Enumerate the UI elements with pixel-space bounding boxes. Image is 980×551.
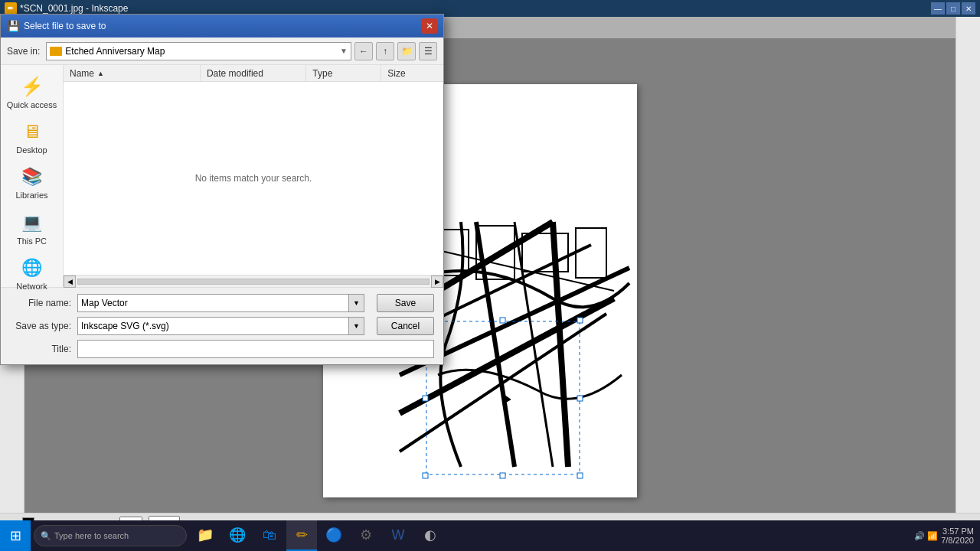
- filename-input-container: ▼: [77, 294, 364, 312]
- dialog-title-bar: 💾 Select file to save to ✕: [1, 15, 443, 37]
- dialog-file-area: Name ▲ Date modified Type Size No items …: [64, 65, 443, 287]
- filename-row: File name: ▼ Save: [10, 294, 434, 312]
- col-name-header[interactable]: Name ▲: [64, 65, 201, 81]
- save-type-input[interactable]: [81, 318, 361, 334]
- desktop-label: Desktop: [16, 145, 47, 155]
- svg-rect-17: [423, 396, 428, 401]
- nav-up-button[interactable]: ↑: [376, 42, 394, 60]
- svg-rect-18: [577, 396, 583, 401]
- dialog-title: Select file to save to: [24, 21, 422, 31]
- search-icon: 🔍: [41, 531, 51, 541]
- dialog-nav-pane: ⚡ Quick access 🖥 Desktop 📚 Libraries 💻 T…: [1, 65, 64, 287]
- filename-label: File name:: [10, 298, 71, 308]
- horizontal-scrollbar[interactable]: ◀ ▶: [64, 275, 443, 287]
- taskbar-tray: 🔊 📶 3:57 PM 7/8/2020: [908, 527, 980, 545]
- svg-rect-15: [500, 318, 505, 323]
- scroll-track[interactable]: [77, 279, 430, 285]
- maximize-button[interactable]: □: [946, 2, 960, 15]
- nav-back-button[interactable]: ←: [354, 42, 373, 60]
- taskbar-word[interactable]: W: [383, 520, 413, 551]
- save-as-row: Save as type: ▼ Cancel: [10, 317, 434, 335]
- cancel-button-container: Cancel: [377, 317, 434, 335]
- taskbar-search[interactable]: 🔍 Type here to search: [34, 525, 187, 546]
- taskbar-app2[interactable]: ⚙: [351, 520, 381, 551]
- save-type-dropdown-arrow[interactable]: ▼: [348, 318, 364, 334]
- taskbar-edge[interactable]: 🌐: [222, 520, 253, 551]
- svg-rect-11: [576, 228, 606, 278]
- cancel-button[interactable]: Cancel: [377, 317, 434, 335]
- quick-access-icon: ⚡: [20, 74, 44, 99]
- svg-rect-16: [577, 318, 583, 323]
- app-title: *SCN_0001.jpg - Inkscape: [20, 3, 931, 14]
- network-icon: 🌐: [20, 256, 44, 280]
- save-type-container: ▼: [77, 317, 364, 335]
- tray-icons: 🔊 📶: [914, 531, 938, 541]
- minimize-button[interactable]: —: [931, 2, 945, 15]
- clock-time: 3:57 PM: [942, 527, 974, 536]
- save-button[interactable]: Save: [377, 294, 434, 312]
- title-input[interactable]: [77, 340, 434, 358]
- desktop-icon: 🖥: [20, 119, 44, 144]
- taskbar-inkscape[interactable]: ✏: [286, 520, 317, 551]
- title-label: Title:: [10, 344, 71, 354]
- dialog-toolbar: Save in: Etched Anniversary Map ▼ ← ↑ 📁 …: [1, 37, 443, 65]
- col-size-header[interactable]: Size: [381, 65, 443, 81]
- dialog-icon: 💾: [7, 20, 19, 32]
- scroll-left-button[interactable]: ◀: [64, 276, 76, 288]
- this-pc-label: This PC: [17, 236, 47, 246]
- save-dialog[interactable]: 💾 Select file to save to ✕ Save in: Etch…: [0, 14, 444, 365]
- col-date-header[interactable]: Date modified: [201, 65, 306, 81]
- clock-date: 7/8/2020: [941, 536, 974, 545]
- nav-item-quick-access[interactable]: ⚡ Quick access: [2, 71, 62, 113]
- save-as-label: Save as type:: [10, 321, 71, 331]
- save-in-label: Save in:: [7, 46, 40, 57]
- taskbar-store[interactable]: 🛍: [254, 520, 285, 551]
- taskbar-chrome[interactable]: 🔵: [318, 520, 349, 551]
- taskbar-app3[interactable]: ◐: [415, 520, 446, 551]
- dropdown-arrow-icon: ▼: [340, 47, 348, 55]
- filename-dropdown-arrow[interactable]: ▼: [348, 295, 364, 311]
- svg-rect-20: [500, 473, 505, 478]
- right-panel: [956, 17, 980, 513]
- taskbar-file-explorer[interactable]: 📁: [190, 520, 220, 551]
- quick-access-label: Quick access: [7, 100, 57, 110]
- nav-item-libraries[interactable]: 📚 Libraries: [2, 161, 62, 204]
- start-button[interactable]: ⊞: [0, 520, 31, 551]
- svg-rect-19: [423, 473, 428, 478]
- dialog-close-button[interactable]: ✕: [422, 18, 437, 34]
- folder-dropdown[interactable]: Etched Anniversary Map ▼: [46, 42, 351, 60]
- current-folder-text: Etched Anniversary Map: [65, 46, 340, 57]
- this-pc-icon: 💻: [20, 210, 44, 235]
- dialog-action-buttons: Save: [377, 294, 434, 312]
- new-folder-button[interactable]: 📁: [397, 42, 416, 60]
- taskbar-apps: 📁 🌐 🛍 ✏ 🔵 ⚙ W ◐: [190, 520, 908, 551]
- search-placeholder: Type here to search: [54, 531, 129, 540]
- svg-rect-21: [577, 473, 583, 478]
- file-list-area: No items match your search.: [64, 82, 443, 275]
- filename-input[interactable]: [81, 295, 361, 311]
- libraries-icon: 📚: [20, 165, 44, 189]
- nav-item-network[interactable]: 🌐 Network: [2, 253, 62, 295]
- no-items-text: No items match your search.: [195, 173, 312, 184]
- network-label: Network: [16, 282, 47, 292]
- sort-arrow-icon: ▲: [97, 70, 104, 77]
- window-controls: — □ ✕: [931, 2, 975, 15]
- libraries-label: Libraries: [15, 191, 47, 201]
- svg-line-6: [514, 222, 553, 467]
- dialog-footer: File name: ▼ Save Save as type: ▼ Cancel: [1, 287, 443, 364]
- system-clock: 3:57 PM 7/8/2020: [941, 527, 974, 545]
- windows-taskbar: ⊞ 🔍 Type here to search 📁 🌐 🛍 ✏ 🔵 ⚙ W ◐ …: [0, 520, 980, 551]
- app-icon: ✏: [5, 2, 17, 15]
- nav-item-desktop[interactable]: 🖥 Desktop: [2, 116, 62, 158]
- nav-item-this-pc[interactable]: 💻 This PC: [2, 207, 62, 249]
- app-close-button[interactable]: ✕: [962, 2, 975, 15]
- folder-icon: [50, 47, 62, 56]
- col-type-header[interactable]: Type: [306, 65, 381, 81]
- view-options-button[interactable]: ☰: [419, 42, 437, 60]
- file-column-headers: Name ▲ Date modified Type Size: [64, 65, 443, 82]
- dialog-body: ⚡ Quick access 🖥 Desktop 📚 Libraries 💻 T…: [1, 65, 443, 287]
- title-row: Title:: [10, 340, 434, 358]
- scroll-right-button[interactable]: ▶: [431, 276, 443, 288]
